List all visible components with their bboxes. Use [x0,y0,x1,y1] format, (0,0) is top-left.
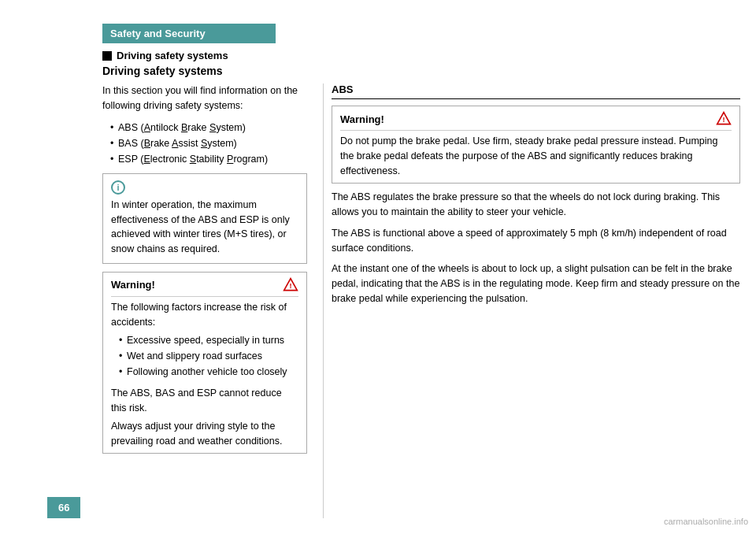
subsection-heading: Driving safety systems [102,65,740,77]
underline-b2: B [144,138,150,149]
warning-header-left: Warning! ! [111,277,298,297]
warning-label-right: Warning! [340,113,384,125]
systems-list: ABS (Antilock Brake System) BAS (Brake A… [110,120,307,167]
info-box: i In winter operation, the maximum effec… [102,173,307,264]
warning-label-left: Warning! [111,279,155,291]
warning-factors-text: The following factors increase the risk … [111,300,298,330]
underline-a: A [144,122,150,133]
underline-e: E [143,154,150,165]
underline-p: P [227,154,233,165]
list-item: BAS (Brake Assist System) [110,135,307,151]
warning-cannot-reduce: The ABS, BAS and ESP cannot reduce this … [111,386,298,416]
warning-box-left: Warning! ! The following factors increas… [102,272,307,454]
warning-text-right: Do not pump the brake pedal. Use firm, s… [340,134,732,178]
section-title: Safety and Security [110,28,206,39]
svg-text:!: ! [289,282,291,290]
list-item: Following another vehicle too closely [119,364,298,380]
info-box-text: In winter operation, the maximum effecti… [111,198,298,257]
abs-title: ABS [332,83,740,99]
left-column: In this section you will find informatio… [102,83,307,518]
list-item: ABS (Antilock Brake System) [110,120,307,135]
info-icon: i [111,180,125,195]
underline-a2: A [172,138,178,149]
intro-text: In this section you will find informatio… [102,83,307,113]
list-item: Excessive speed, especially in turns [119,332,298,348]
warning-header-right: Warning! ! [340,111,732,131]
underline-s: S [209,122,216,133]
section-header: Safety and Security [102,24,276,43]
right-column: ABS Warning! ! Do not pump the brake ped… [323,83,740,518]
underline-s2: S [201,138,207,149]
left-strip [0,0,94,534]
main-content: Safety and Security Driving safety syste… [94,0,756,534]
abs-para-2: The ABS is functional above a speed of a… [332,226,740,256]
abs-para-3: At the instant one of the wheels is abou… [332,261,740,306]
two-col-layout: In this section you will find informatio… [102,83,740,518]
list-item: ESP (Electronic Stability Program) [110,151,307,167]
list-item: Wet and slippery road surfaces [119,348,298,364]
abs-para-1: The ABS regulates the brake pressure so … [332,190,740,220]
black-square-icon [102,51,112,61]
underline-b: B [181,122,187,133]
warning-box-right: Warning! ! Do not pump the brake pedal. … [332,106,740,184]
watermark: carmanualsonline.info [664,517,748,526]
page-container: Safety and Security Driving safety syste… [0,0,756,534]
warning-triangle-icon-right: ! [716,111,732,127]
warning-triangle-icon-left: ! [283,277,298,293]
warning-always-adjust: Always adjust your driving style to the … [111,419,298,449]
svg-text:!: ! [722,116,724,124]
page-number: 66 [47,497,80,518]
subsection-label: Driving safety systems [102,50,740,61]
underline-st: S [190,154,196,165]
warning-factors-list: Excessive speed, especially in turns Wet… [119,332,298,380]
